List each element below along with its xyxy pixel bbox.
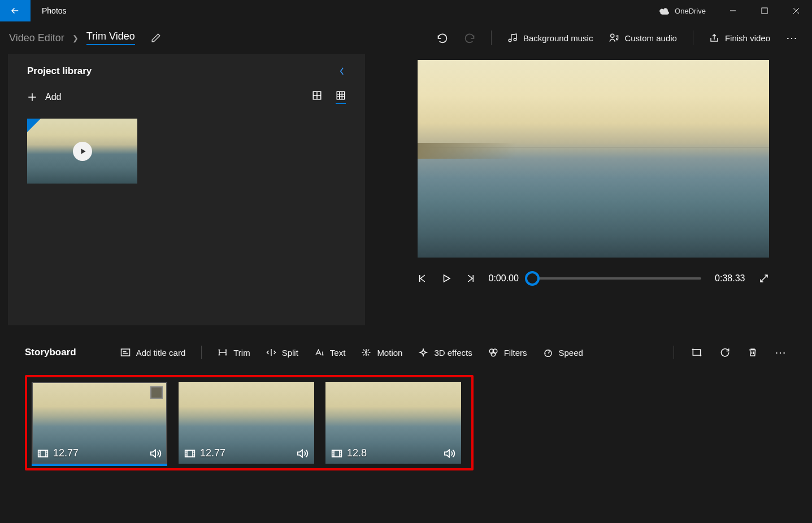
motion-icon [361, 348, 371, 357]
plus-icon [27, 92, 37, 102]
motion-label: Motion [377, 348, 402, 358]
add-title-card-label: Add title card [136, 348, 186, 358]
cloud-icon [659, 7, 670, 15]
trash-icon [748, 347, 758, 358]
rotate-button[interactable] [719, 347, 731, 358]
seek-bar[interactable] [532, 277, 701, 280]
filters-label: Filters [504, 348, 527, 358]
breadcrumb-root[interactable]: Video Editor [9, 32, 64, 44]
text-icon [314, 348, 324, 357]
film-icon [184, 449, 196, 458]
large-grid-view-button[interactable] [312, 90, 322, 104]
back-button[interactable] [0, 0, 31, 21]
small-grid-view-button[interactable] [336, 90, 346, 104]
play-overlay-button[interactable] [73, 142, 92, 161]
trim-icon [218, 348, 228, 357]
filters-icon [488, 348, 498, 357]
background-music-button[interactable]: Background music [507, 33, 593, 43]
speed-button[interactable]: Speed [543, 348, 583, 358]
storyboard-clips-highlighted: 12.77 12.77 12.8 [25, 375, 474, 470]
speed-icon [543, 348, 553, 357]
close-button[interactable] [780, 0, 812, 21]
3d-effects-button[interactable]: 3D effects [418, 348, 472, 358]
play-button[interactable] [441, 273, 451, 284]
seek-thumb[interactable] [525, 271, 540, 286]
svg-point-1 [509, 39, 511, 42]
delete-button[interactable] [748, 347, 758, 358]
clip-volume-button[interactable] [443, 448, 455, 459]
maximize-icon [761, 7, 768, 14]
volume-icon [443, 448, 455, 459]
finish-video-button[interactable]: Finish video [709, 33, 770, 43]
storyboard-clip[interactable]: 12.77 [32, 382, 167, 464]
trim-button[interactable]: Trim [218, 348, 250, 358]
clip-volume-button[interactable] [296, 448, 309, 459]
clip-progress [32, 464, 167, 466]
redo-button[interactable] [464, 32, 475, 43]
volume-icon [149, 448, 162, 459]
minimize-button[interactable] [717, 0, 749, 21]
next-frame-button[interactable] [465, 273, 475, 284]
divider [674, 346, 674, 359]
undo-button[interactable] [437, 32, 448, 43]
collapse-library-button[interactable] [338, 66, 346, 76]
add-media-button[interactable]: Add [27, 92, 61, 102]
volume-icon [296, 448, 309, 459]
play-icon [79, 147, 87, 155]
svg-point-3 [611, 34, 614, 37]
add-title-card-button[interactable]: Add title card [120, 348, 186, 358]
prev-frame-button[interactable] [418, 273, 428, 284]
fullscreen-icon [759, 273, 769, 284]
fullscreen-button[interactable] [759, 273, 769, 284]
title-card-icon [120, 348, 131, 357]
clip-duration: 12.8 [347, 447, 367, 459]
edit-name-button[interactable] [151, 33, 161, 43]
crop-icon [691, 347, 702, 358]
sparkle-icon [418, 348, 428, 357]
text-button[interactable]: Text [314, 348, 346, 358]
grid-3x3-icon [336, 90, 346, 101]
titlebar: Photos OneDrive [0, 0, 812, 21]
filters-button[interactable]: Filters [488, 348, 527, 358]
storyboard-more-button[interactable]: ⋯ [775, 346, 787, 359]
project-library-panel: Project library Add [8, 54, 365, 325]
resize-button[interactable] [691, 347, 702, 358]
storyboard-clip[interactable]: 12.77 [179, 382, 314, 464]
motion-button[interactable]: Motion [361, 348, 402, 358]
clip-duration: 12.77 [53, 447, 79, 459]
clip-volume-button[interactable] [149, 448, 162, 459]
storyboard-clip[interactable]: 12.8 [325, 382, 461, 464]
clip-checkbox[interactable] [150, 386, 163, 399]
app-title: Photos [42, 6, 67, 15]
preview-panel: 0:00.00 0:38.33 [365, 54, 812, 325]
svg-rect-0 [762, 8, 767, 14]
custom-audio-button[interactable]: Custom audio [609, 33, 677, 43]
maximize-button[interactable] [749, 0, 780, 21]
player-controls: 0:00.00 0:38.33 [418, 273, 769, 284]
video-preview[interactable] [418, 60, 769, 258]
svg-rect-6 [121, 349, 129, 356]
close-icon [793, 7, 800, 14]
land-shape [418, 143, 516, 159]
step-back-icon [418, 273, 428, 284]
onedrive-status[interactable]: OneDrive [659, 7, 706, 15]
divider [491, 30, 492, 45]
divider [201, 346, 202, 359]
svg-rect-5 [337, 91, 345, 99]
finish-video-label: Finish video [725, 33, 770, 43]
music-icon [507, 33, 518, 43]
toolbar-actions: Background music Custom audio Finish vid… [437, 30, 803, 45]
film-icon [331, 449, 342, 458]
person-audio-icon [609, 33, 619, 43]
breadcrumb-current[interactable]: Trim Video [86, 30, 135, 45]
custom-audio-label: Custom audio [624, 33, 677, 43]
svg-point-2 [514, 38, 516, 41]
library-thumbnail[interactable] [27, 119, 137, 184]
current-time: 0:00.00 [489, 273, 519, 284]
svg-rect-12 [693, 350, 700, 355]
redo-icon [464, 32, 475, 43]
more-button[interactable]: ⋯ [786, 31, 798, 45]
split-button[interactable]: Split [266, 348, 298, 358]
play-icon [441, 273, 451, 284]
film-icon [37, 449, 49, 458]
